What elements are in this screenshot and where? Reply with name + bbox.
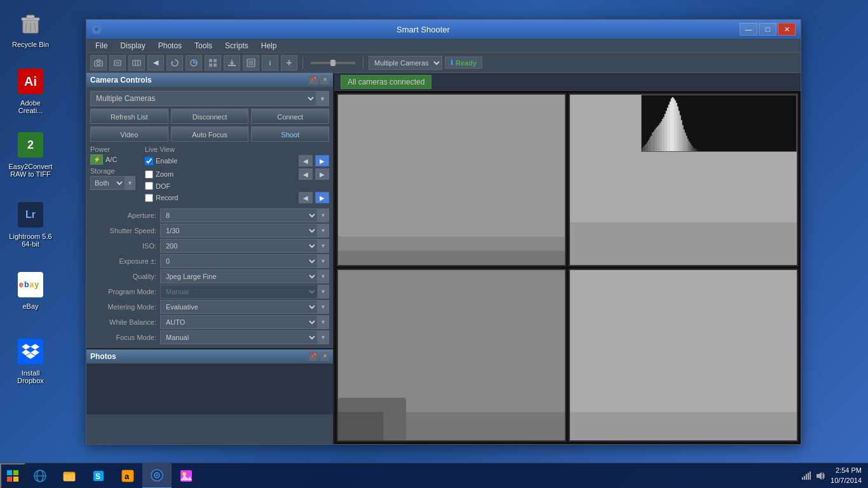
toolbar: ◀ i + Multiple Cameras ℹ Ready [86, 53, 801, 73]
camera-cell-4[interactable] [569, 269, 798, 442]
focus-select[interactable]: Manual [160, 330, 318, 344]
shutter-arrow[interactable]: ▼ [318, 224, 329, 238]
menu-tools[interactable]: Tools [188, 40, 219, 51]
lv-record-prev-btn[interactable]: ◀ [299, 192, 313, 203]
disconnect-button[interactable]: Disconnect [171, 109, 249, 124]
storage-select[interactable]: Both [90, 176, 125, 190]
menu-file[interactable]: File [89, 40, 114, 51]
quality-arrow[interactable]: ▼ [318, 269, 329, 283]
toolbar-view[interactable] [243, 55, 259, 71]
minimize-button[interactable]: — [740, 23, 757, 36]
pin-button[interactable]: 📌 [309, 76, 318, 85]
adobe-icon[interactable]: Ai Adobe Creati... [5, 64, 56, 117]
close-panel-button[interactable]: ✕ [320, 76, 329, 85]
metering-select[interactable]: Evaluative [160, 300, 318, 314]
svg-rect-90 [13, 470, 18, 475]
toolbar-info[interactable]: i [262, 55, 278, 71]
focus-arrow[interactable]: ▼ [318, 330, 329, 344]
connect-button[interactable]: Connect [251, 109, 329, 124]
svg-rect-112 [808, 473, 809, 480]
lv-enable-checkbox[interactable] [145, 157, 153, 165]
lv-dof-checkbox[interactable] [145, 182, 153, 190]
video-button[interactable]: Video [90, 126, 168, 142]
wb-arrow[interactable]: ▼ [318, 315, 329, 329]
program-arrow[interactable]: ▼ [318, 285, 329, 299]
toolbar-refresh[interactable] [166, 55, 183, 71]
camera-cell-3[interactable] [337, 269, 566, 442]
toolbar-camera-btn[interactable] [90, 55, 107, 71]
lv-record-checkbox[interactable] [145, 194, 153, 202]
lv-record-next-btn[interactable]: ▶ [315, 192, 329, 203]
camera-status-bar: All cameras connected [334, 73, 801, 91]
taskbar-photos[interactable] [172, 463, 201, 489]
photos-panel: Photos 📌 ✕ [86, 348, 333, 414]
settings-section: Aperture: 8 ▼ Shutter Speed: 1/30 ▼ [90, 208, 329, 344]
lv-next-btn[interactable]: ▶ [315, 155, 329, 166]
svg-text:a: a [125, 471, 130, 481]
iso-arrow[interactable]: ▼ [318, 239, 329, 253]
exposure-select-wrap: 0 ▼ [160, 254, 329, 268]
photos-close-button[interactable]: ✕ [320, 352, 329, 361]
refresh-list-button[interactable]: Refresh List [90, 109, 168, 124]
ebay-icon[interactable]: e b a y eBay [5, 267, 56, 313]
toolbar-download[interactable] [224, 55, 240, 71]
menu-help[interactable]: Help [255, 40, 283, 51]
lightroom-icon[interactable]: Lr Lightroom 5.6 64-bit [5, 197, 56, 250]
maximize-button[interactable]: □ [759, 23, 776, 36]
taskbar-amazon[interactable]: a [113, 463, 142, 489]
camera-select[interactable]: Multiple Cameras [90, 91, 316, 106]
taskbar-smartshooter[interactable] [142, 463, 172, 489]
easy2convert-icon[interactable]: 2 Easy2Convert RAW to TIFF [5, 127, 56, 180]
svg-point-105 [156, 474, 158, 476]
taskbar-ie[interactable] [25, 463, 55, 489]
shutter-select[interactable]: 1/30 [160, 224, 318, 238]
lv-zoom-next-btn[interactable]: ▶ [315, 168, 329, 180]
toolbar-arrow-left[interactable]: ◀ [147, 55, 164, 71]
toolbar-btn2[interactable] [109, 55, 126, 71]
start-button[interactable] [0, 463, 25, 489]
photos-pin-button[interactable]: 📌 [309, 352, 318, 361]
wb-select[interactable]: AUTO [160, 315, 318, 329]
lv-zoom-checkbox[interactable] [145, 170, 153, 179]
menu-display[interactable]: Display [114, 40, 151, 51]
lv-prev-btn[interactable]: ◀ [299, 155, 313, 166]
close-button[interactable]: ✕ [778, 23, 796, 36]
taskbar-explorer[interactable] [55, 463, 84, 489]
svg-rect-48 [653, 132, 654, 151]
exposure-label: Exposure ±: [90, 257, 160, 265]
camera-mode-select[interactable]: Multiple Cameras [369, 56, 442, 70]
toolbar-add[interactable]: + [281, 55, 297, 71]
toolbar-color[interactable] [186, 55, 202, 71]
svg-marker-11 [31, 344, 39, 349]
lv-zoom-prev-btn[interactable]: ◀ [299, 168, 313, 180]
quality-select[interactable]: Jpeg Large Fine [160, 269, 318, 283]
metering-arrow[interactable]: ▼ [318, 300, 329, 314]
autofocus-button[interactable]: Auto Focus [171, 126, 249, 142]
toolbar-btn3[interactable] [128, 55, 145, 71]
program-select[interactable]: Manual [160, 285, 318, 299]
toolbar-separator-2 [363, 57, 363, 69]
camera-cell-2[interactable]: Live View [569, 93, 798, 266]
menu-scripts[interactable]: Scripts [219, 40, 255, 51]
exposure-arrow[interactable]: ▼ [318, 254, 329, 268]
recycle-bin-icon[interactable]: Recycle Bin [5, 5, 56, 51]
metering-label: Metering Mode: [90, 303, 160, 311]
taskbar-store[interactable]: S [84, 463, 113, 489]
svg-rect-20 [116, 62, 119, 64]
aperture-select[interactable]: 8 [160, 208, 318, 222]
aperture-arrow[interactable]: ▼ [318, 208, 329, 222]
svg-rect-57 [665, 114, 666, 151]
storage-select-arrow[interactable]: ▼ [125, 176, 135, 190]
exposure-slider[interactable] [311, 62, 355, 64]
shoot-button[interactable]: Shoot [251, 126, 329, 142]
menu-photos[interactable]: Photos [152, 40, 188, 51]
camera-select-arrow[interactable]: ▼ [316, 91, 329, 106]
iso-select[interactable]: 200 [160, 239, 318, 253]
quality-row: Quality: Jpeg Large Fine ▼ [90, 269, 329, 283]
svg-rect-98 [64, 472, 69, 475]
photos-header-controls: 📌 ✕ [309, 352, 329, 361]
toolbar-grid[interactable] [205, 55, 221, 71]
dropbox-icon[interactable]: Install Dropbox [5, 334, 56, 387]
camera-cell-1[interactable] [337, 93, 566, 266]
exposure-select[interactable]: 0 [160, 254, 318, 268]
